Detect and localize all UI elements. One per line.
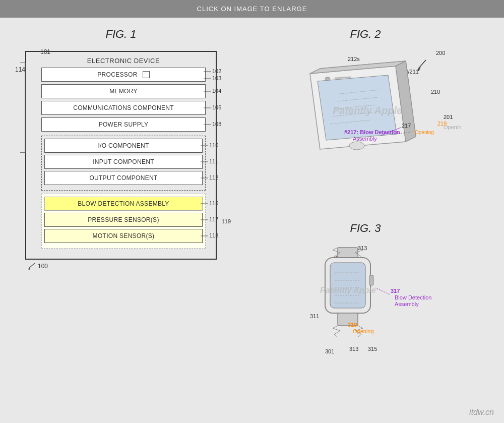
- input-ref-svg: 111: [201, 157, 221, 167]
- arrow-100: [28, 262, 35, 270]
- ref-119: 119: [222, 218, 231, 224]
- svg-text:Assembly: Assembly: [353, 136, 377, 142]
- fig1-title: FIG. 1: [15, 28, 227, 41]
- svg-text:219: 219: [437, 120, 447, 127]
- processor-box: PROCESSOR: [41, 68, 206, 82]
- svg-text:212s: 212s: [348, 56, 360, 62]
- pressure-ref-svg: 117: [201, 215, 221, 225]
- svg-rect-61: [330, 263, 365, 308]
- memory-box: MEMORY: [41, 84, 206, 98]
- processor-row: PROCESSOR 102 103: [41, 68, 206, 82]
- output-label: OUTPUT COMPONENT: [89, 174, 157, 182]
- fig3-section: FIG. 3 313 300 315: [242, 219, 489, 411]
- memory-row: MEMORY 104: [41, 84, 206, 98]
- svg-text:210: 210: [431, 89, 440, 95]
- input-box: INPUT COMPONENT: [44, 155, 203, 169]
- device-label: ELECTRONIC DEVICE: [41, 57, 206, 65]
- fig3-title: FIG. 3: [242, 222, 489, 235]
- svg-text:301: 301: [325, 348, 334, 354]
- fig2-section: FIG. 2 200 212s 212d/211 210 201 Opening…: [242, 28, 489, 219]
- io-ref-svg: 110: [201, 141, 221, 151]
- ref-100-wrapper: 100: [28, 262, 217, 270]
- svg-text:116: 116: [209, 200, 218, 206]
- svg-text:200: 200: [436, 50, 445, 56]
- output-box: OUTPUT COMPONENT: [44, 171, 203, 185]
- fig1-outer-box: 114 ELECTRONIC DEVICE PROCESSOR: [25, 51, 217, 260]
- svg-text:Patently Apple: Patently Apple: [320, 286, 376, 294]
- io-group: I/O COMPONENT 110 INPUT COMPONENT: [41, 136, 206, 191]
- io-row: I/O COMPONENT 110: [44, 139, 203, 153]
- svg-line-77: [375, 288, 390, 294]
- output-ref-svg: 112: [201, 173, 221, 183]
- processor-inner: [143, 71, 150, 78]
- svg-rect-67: [369, 275, 373, 285]
- svg-text:217: 217: [402, 123, 411, 129]
- comms-row: COMMUNICATIONS COMPONENT 106: [41, 101, 206, 115]
- blow-box: BLOW DETECTION ASSEMBLY: [44, 197, 203, 211]
- fig3-svg: 313 300 315: [270, 240, 461, 361]
- comms-box: COMMUNICATIONS COMPONENT: [41, 101, 206, 115]
- fig2-drawing[interactable]: 200 212s 212d/211 210 201 Opening 219: [242, 46, 489, 162]
- svg-text:110: 110: [209, 142, 218, 148]
- motion-box: MOTION SENSOR(S): [44, 229, 203, 243]
- svg-text:Blow Detection: Blow Detection: [395, 294, 431, 300]
- svg-line-25: [29, 263, 35, 268]
- svg-line-46: [335, 77, 350, 78]
- blow-label: BLOW DETECTION ASSEMBLY: [78, 200, 169, 207]
- svg-text:117: 117: [209, 216, 218, 222]
- fig3-drawing[interactable]: 313 300 315: [242, 240, 489, 356]
- memory-ref-svg: 104: [204, 86, 224, 96]
- motion-label: MOTION SENSOR(S): [93, 232, 155, 239]
- output-row: OUTPUT COMPONENT 112: [44, 171, 203, 185]
- power-row: POWER SUPPLY 108: [41, 117, 206, 132]
- processor-label: PROCESSOR: [97, 71, 137, 78]
- io-box: I/O COMPONENT: [44, 139, 203, 153]
- svg-text:Opening: Opening: [415, 130, 434, 135]
- svg-point-45: [325, 77, 330, 80]
- svg-text:Patently Apple: Patently Apple: [333, 105, 402, 116]
- fig2-3-column: FIG. 2 200 212s 212d/211 210 201 Opening…: [242, 28, 489, 410]
- comms-label: COMMUNICATIONS COMPONENT: [73, 104, 174, 111]
- comms-ref-svg: 106: [204, 103, 224, 113]
- power-box: POWER SUPPLY: [41, 117, 206, 132]
- svg-text:315: 315: [368, 346, 377, 352]
- svg-text:104: 104: [212, 88, 221, 94]
- io-label: I/O COMPONENT: [98, 142, 149, 149]
- input-row: INPUT COMPONENT 111: [44, 155, 203, 169]
- svg-text:#217: Blow Detection: #217: Blow Detection: [344, 129, 400, 135]
- svg-text:112: 112: [209, 174, 218, 180]
- svg-line-54: [418, 60, 426, 69]
- blow-group: BLOW DETECTION ASSEMBLY 116 PRESSURE SEN…: [41, 194, 206, 249]
- fig1-column: FIG. 1 101 114 ELECTRONIC DEVICE PRO: [15, 28, 227, 410]
- svg-text:Opening: Opening: [353, 328, 374, 334]
- svg-text:311: 311: [310, 313, 319, 319]
- blow-ref-svg: 116: [201, 199, 221, 209]
- svg-text:201: 201: [444, 114, 453, 120]
- fig1-diagram: 101 114 ELECTRONIC DEVICE PROCESSOR: [25, 51, 217, 270]
- power-label: POWER SUPPLY: [99, 121, 149, 128]
- motion-ref-svg: 118: [201, 231, 221, 241]
- processor-refs-svg: 102 103: [204, 68, 224, 82]
- fig2-svg: 200 212s 212d/211 210 201 Opening 219: [270, 46, 461, 157]
- motion-row: MOTION SENSOR(S) 118: [44, 229, 203, 243]
- pressure-box: PRESSURE SENSOR(S): [44, 213, 203, 227]
- svg-text:317: 317: [391, 288, 400, 294]
- svg-text:118: 118: [209, 232, 218, 238]
- input-label: INPUT COMPONENT: [93, 158, 154, 165]
- top-banner[interactable]: CLICK ON IMAGE TO ENLARGE: [0, 0, 504, 18]
- svg-text:313: 313: [349, 346, 358, 352]
- svg-text:106: 106: [212, 104, 221, 110]
- power-ref-svg: 108: [204, 119, 224, 130]
- bracket-svg: [20, 62, 26, 153]
- fig2-title: FIG. 2: [242, 28, 489, 41]
- svg-point-44: [349, 142, 364, 150]
- banner-text: CLICK ON IMAGE TO ENLARGE: [197, 5, 307, 13]
- pressure-label: PRESSURE SENSOR(S): [88, 216, 159, 223]
- pressure-row: PRESSURE SENSOR(S) 117: [44, 213, 203, 227]
- svg-text:111: 111: [209, 158, 218, 164]
- svg-text:103: 103: [212, 75, 221, 81]
- ref-100: 100: [38, 263, 48, 270]
- blow-group-wrapper: BLOW DETECTION ASSEMBLY 116 PRESSURE SEN…: [41, 194, 206, 249]
- blow-row: BLOW DETECTION ASSEMBLY 116: [44, 197, 203, 211]
- svg-text:108: 108: [212, 121, 221, 127]
